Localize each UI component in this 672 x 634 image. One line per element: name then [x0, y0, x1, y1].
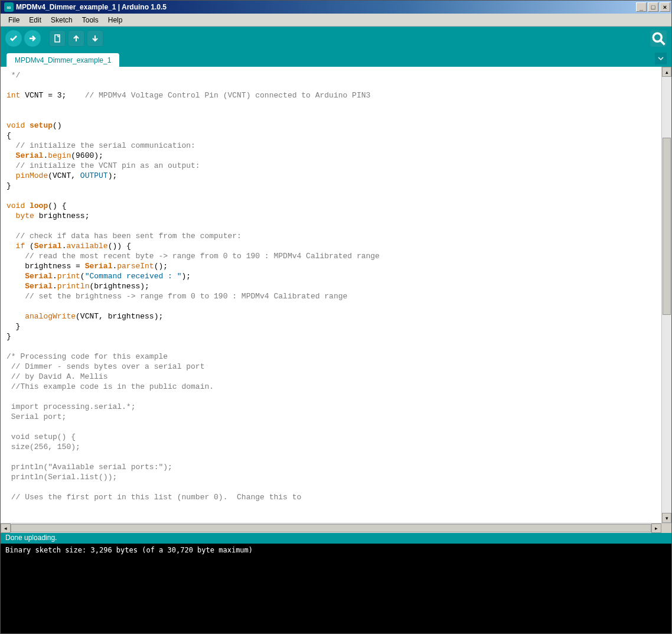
svg-point-1: [653, 33, 661, 41]
horizontal-scrollbar[interactable]: ◂ ▸: [1, 523, 671, 533]
scroll-thumb[interactable]: [663, 138, 671, 315]
serial-monitor-button[interactable]: [650, 30, 667, 47]
menu-edit[interactable]: Edit: [25, 15, 45, 25]
tab-bar: MPDMv4_Dimmer_example_1: [1, 50, 671, 67]
menu-sketch[interactable]: Sketch: [47, 15, 77, 25]
scroll-corner: [661, 524, 671, 533]
chevron-down-icon: [658, 56, 664, 61]
scroll-down-button[interactable]: ▾: [662, 513, 671, 523]
close-button[interactable]: ×: [660, 2, 670, 12]
maximize-button[interactable]: □: [648, 2, 658, 12]
status-message: Done uploading.: [5, 534, 57, 542]
check-icon: [9, 34, 18, 43]
hscroll-thumb[interactable]: [11, 524, 651, 532]
editor-area: */ int VCNT = 3; // MPDMv4 Voltage Contr…: [1, 67, 671, 523]
status-bar: Done uploading.: [1, 533, 671, 544]
menu-file[interactable]: File: [4, 15, 24, 25]
new-button[interactable]: [49, 30, 66, 47]
toolbar: [1, 27, 671, 50]
scroll-left-button[interactable]: ◂: [1, 524, 11, 533]
menu-tools[interactable]: Tools: [78, 15, 103, 25]
console-output[interactable]: Binary sketch size: 3,296 bytes (of a 30…: [1, 544, 671, 633]
code-text: */: [6, 71, 20, 80]
menu-help[interactable]: Help: [104, 15, 127, 25]
svg-rect-0: [55, 35, 60, 42]
tab-sketch[interactable]: MPDMv4_Dimmer_example_1: [6, 53, 119, 67]
minimize-button[interactable]: _: [636, 2, 647, 12]
vertical-scrollbar[interactable]: ▴ ▾: [661, 67, 671, 523]
code-editor[interactable]: */ int VCNT = 3; // MPDMv4 Voltage Contr…: [1, 67, 661, 523]
tab-menu-button[interactable]: [655, 53, 667, 64]
arduino-app-icon: ∞: [4, 2, 14, 12]
scroll-up-button[interactable]: ▴: [662, 67, 671, 77]
file-new-icon: [53, 34, 62, 43]
console-line: Binary sketch size: 3,296 bytes (of a 30…: [5, 546, 253, 554]
arrow-right-icon: [28, 34, 37, 43]
upload-button[interactable]: [24, 30, 41, 47]
arrow-down-icon: [90, 34, 100, 43]
menu-bar: File Edit Sketch Tools Help: [1, 14, 671, 27]
verify-button[interactable]: [5, 30, 22, 47]
open-button[interactable]: [68, 30, 84, 47]
window-title: MPDMv4_Dimmer_example_1 | Arduino 1.0.5: [16, 3, 636, 11]
window-titlebar: ∞ MPDMv4_Dimmer_example_1 | Arduino 1.0.…: [1, 1, 671, 14]
arrow-up-icon: [71, 34, 81, 43]
save-button[interactable]: [87, 30, 103, 47]
magnifier-icon: [650, 30, 667, 47]
scroll-right-button[interactable]: ▸: [651, 524, 661, 533]
